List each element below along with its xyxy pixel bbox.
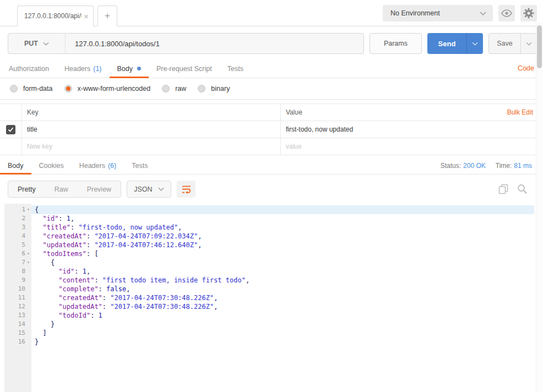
preview-mode-button[interactable]: Preview: [78, 181, 121, 197]
tab-body[interactable]: Body: [110, 59, 149, 78]
radio-selected-icon[interactable]: [64, 85, 72, 92]
fold-spacer: [25, 285, 31, 293]
tab-tests[interactable]: Tests: [220, 59, 251, 78]
fold-spacer: [25, 302, 31, 311]
body-type-raw[interactable]: raw: [162, 85, 186, 92]
kv-value-cell[interactable]: first-todo, now updated: [281, 121, 539, 138]
tab-pre-request-script[interactable]: Pre-request Script: [149, 59, 220, 78]
response-tab-cookies-label: Cookies: [39, 162, 64, 170]
body-type-binary-label: binary: [211, 85, 230, 92]
kv-new-row: [0, 138, 539, 155]
fold-spacer: [25, 276, 31, 285]
code-line: 9 "content": "first todo item, inside fi…: [0, 276, 534, 285]
body-type-form-data[interactable]: form-data: [10, 85, 53, 92]
line-number: 1: [4, 205, 25, 214]
pretty-mode-button[interactable]: Pretty: [8, 181, 45, 197]
code-text: "content": "first todo item, inside firs…: [31, 276, 249, 285]
open-request-tab[interactable]: 127.0.0.1:8000/api/tod ×: [17, 6, 94, 26]
close-tab-icon[interactable]: ×: [84, 12, 89, 20]
response-body-editor[interactable]: 1▾{2 "id": 1,3 "title": "first-todo, now…: [0, 204, 534, 392]
code-text: "complete": false,: [31, 285, 130, 293]
status-value: 200 OK: [463, 162, 486, 170]
fold-toggle-icon[interactable]: ▾: [25, 249, 31, 258]
copy-icon[interactable]: [498, 184, 509, 194]
kv-check-cell: [0, 121, 22, 138]
radio-icon[interactable]: [198, 85, 205, 92]
environment-quicklook-button[interactable]: [498, 5, 515, 21]
body-type-urlencoded[interactable]: x-www-form-urlencoded: [64, 85, 151, 92]
new-key-input[interactable]: [27, 143, 280, 150]
time-label: Time:: [496, 162, 512, 170]
fold-spacer: [25, 293, 31, 302]
settings-button[interactable]: [520, 5, 537, 21]
response-tab-tests[interactable]: Tests: [124, 157, 155, 174]
fold-spacer: [25, 267, 31, 276]
line-number: 4: [4, 232, 25, 241]
response-tab-body-label: Body: [8, 162, 24, 170]
response-tab-headers[interactable]: Headers (6): [72, 157, 124, 174]
code-text: }: [31, 320, 55, 329]
language-selector[interactable]: JSON: [127, 181, 171, 198]
kv-key-cell[interactable]: title: [22, 121, 281, 138]
search-icon[interactable]: [517, 184, 528, 194]
fold-toggle-icon[interactable]: ▾: [25, 205, 31, 214]
raw-mode-button[interactable]: Raw: [45, 181, 78, 197]
send-options-button[interactable]: [466, 33, 483, 54]
line-number: 15: [4, 329, 25, 337]
send-button[interactable]: Send: [427, 33, 466, 54]
body-type-row: form-data x-www-form-urlencoded raw bina…: [0, 78, 543, 100]
gear-icon: [523, 8, 534, 19]
tab-authorization[interactable]: Authorization: [1, 59, 57, 78]
row-enabled-checkbox[interactable]: [6, 125, 15, 134]
wrap-lines-button[interactable]: [177, 181, 196, 198]
code-text: "createdAt": "2017-04-24T07:30:48.226Z",: [31, 293, 218, 302]
bulk-edit-link[interactable]: Bulk Edit: [507, 108, 533, 116]
fold-spacer: [25, 232, 31, 241]
body-type-urlencoded-label: x-www-form-urlencoded: [78, 85, 151, 92]
code-line: 15 ]: [0, 329, 534, 337]
header-bar: 127.0.0.1:8000/api/tod × + No Environmen…: [0, 0, 543, 26]
fold-spacer: [25, 320, 31, 329]
scrollbar-thumb[interactable]: [537, 25, 542, 68]
request-tab-title: 127.0.0.1:8000/api/tod: [24, 12, 82, 20]
generate-code-link[interactable]: Code: [518, 64, 534, 72]
urlencoded-kv-editor: Key Value Bulk Edit title first-todo, no…: [0, 104, 539, 155]
code-line: 14 }: [0, 320, 534, 329]
tab-headers[interactable]: Headers (1): [57, 59, 110, 78]
response-tab-body[interactable]: Body: [0, 157, 31, 174]
environment-selector[interactable]: No Environment: [383, 5, 493, 21]
line-number: 2: [4, 214, 25, 223]
tab-authorization-label: Authorization: [9, 65, 49, 73]
code-line: 4 "createdAt": "2017-04-24T07:09:22.034Z…: [0, 232, 534, 241]
radio-icon[interactable]: [162, 85, 170, 92]
method-selector[interactable]: PUT: [8, 34, 66, 53]
chevron-down-icon: [480, 12, 486, 15]
kv-value-header: Value Bulk Edit: [281, 104, 539, 121]
fold-toggle-icon[interactable]: ▾: [25, 258, 31, 267]
request-tabs-strip: 127.0.0.1:8000/api/tod × +: [17, 6, 117, 26]
radio-icon[interactable]: [10, 85, 18, 92]
code-area: 1▾{2 "id": 1,3 "title": "first-todo, now…: [0, 204, 534, 346]
new-value-input[interactable]: [286, 143, 539, 150]
kv-new-key-cell: [22, 138, 281, 155]
tab-tests-label: Tests: [227, 65, 243, 73]
save-button[interactable]: Save: [489, 34, 520, 53]
params-button[interactable]: Params: [370, 33, 422, 54]
new-tab-button[interactable]: +: [97, 6, 117, 26]
response-tab-cookies[interactable]: Cookies: [31, 157, 72, 174]
save-options-button[interactable]: [520, 34, 536, 53]
checkmark-icon: [8, 127, 14, 132]
method-selector-value: PUT: [24, 40, 38, 47]
body-type-binary[interactable]: binary: [198, 85, 230, 92]
kv-check-cell: [0, 138, 22, 155]
send-button-group: Send: [427, 33, 483, 54]
viewer-actions: [498, 184, 528, 194]
kv-value-header-label: Value: [286, 108, 302, 116]
method-url-group: PUT: [8, 33, 364, 54]
scrollbar-track[interactable]: [536, 22, 543, 392]
time-badge: Time:81 ms: [496, 162, 532, 170]
response-meta: Status:200 OK Time:81 ms: [441, 157, 532, 174]
line-number: 8: [4, 267, 25, 276]
url-input[interactable]: [66, 34, 363, 53]
fold-spacer: [25, 214, 31, 223]
